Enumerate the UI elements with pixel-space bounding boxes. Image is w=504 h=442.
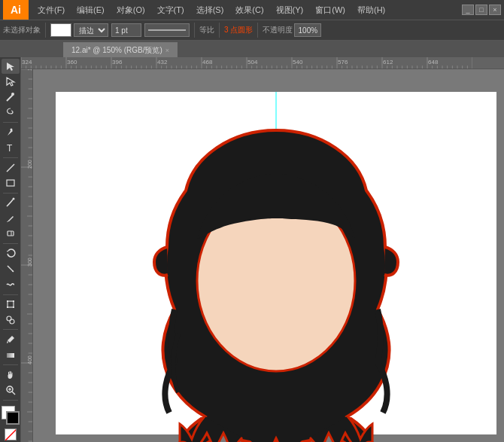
shape-label: 3 点圆形 <box>224 25 253 35</box>
svg-rect-16 <box>13 300 14 302</box>
pen-tool[interactable] <box>2 125 20 140</box>
app-logo: Ai <box>3 0 29 20</box>
left-ruler <box>21 69 33 442</box>
canvas-container[interactable] <box>33 69 504 442</box>
svg-rect-14 <box>8 301 14 307</box>
opacity-section: 不透明度 <box>263 23 321 37</box>
character-container <box>133 108 419 443</box>
rect-tool[interactable] <box>2 175 20 191</box>
stroke-weight-input[interactable] <box>111 23 141 37</box>
svg-rect-9 <box>8 231 14 236</box>
svg-marker-1 <box>7 78 14 86</box>
svg-text:T: T <box>7 143 13 153</box>
main-area: T <box>0 57 504 442</box>
menu-help[interactable]: 帮助(H) <box>351 3 391 17</box>
tool-separator-6 <box>3 329 18 330</box>
svg-point-3 <box>11 93 14 96</box>
opacity-input[interactable] <box>294 23 321 37</box>
svg-rect-17 <box>7 306 8 308</box>
svg-point-4 <box>10 128 12 130</box>
menu-type[interactable]: 文字(T) <box>151 3 190 17</box>
gradient-tool[interactable] <box>2 348 20 363</box>
hand-tool[interactable] <box>2 367 20 383</box>
menu-object[interactable]: 对象(O) <box>111 3 151 17</box>
toolbar-divider-4 <box>257 23 258 38</box>
active-tab[interactable]: 12.ai* @ 150% (RGB/预览) × <box>63 42 178 57</box>
zoom-tool[interactable] <box>2 383 20 398</box>
tool-separator-8 <box>3 400 18 401</box>
close-button[interactable]: × <box>489 5 501 15</box>
menu-edit[interactable]: 编辑(E) <box>71 3 111 17</box>
menu-bar: Ai 文件(F) 编辑(E) 对象(O) 文字(T) 选择(S) 效果(C) 视… <box>0 0 504 20</box>
line-tool[interactable] <box>2 160 20 175</box>
warp-tool[interactable] <box>2 277 20 292</box>
stroke-weight-section <box>111 23 141 37</box>
toolbar-divider-3 <box>219 23 220 38</box>
magic-wand-tool[interactable] <box>2 90 20 105</box>
minimize-button[interactable]: _ <box>462 5 474 15</box>
svg-rect-7 <box>7 180 14 186</box>
svg-marker-11 <box>7 251 8 252</box>
svg-line-23 <box>12 392 15 395</box>
tool-separator-5 <box>3 294 18 295</box>
direct-selection-tool[interactable] <box>2 75 20 90</box>
lasso-tool[interactable] <box>2 105 20 120</box>
selection-tool[interactable] <box>2 59 20 74</box>
background-swatch-inner <box>8 413 18 423</box>
pencil-tool[interactable] <box>2 211 20 226</box>
toolbar-divider-1 <box>45 23 46 38</box>
svg-line-26 <box>5 428 16 440</box>
fill-stroke-section: 描边 <box>50 23 108 37</box>
selection-info: 未选择对象 <box>3 25 41 35</box>
menu-items: 文件(F) 编辑(E) 对象(O) 文字(T) 选择(S) 效果(C) 视图(Y… <box>32 3 391 17</box>
menu-file[interactable]: 文件(F) <box>32 3 71 17</box>
ratio-label: 等比 <box>199 25 214 35</box>
line-preview <box>144 23 190 37</box>
rotate-tool[interactable] <box>2 246 20 261</box>
menu-view[interactable]: 视图(Y) <box>270 3 310 17</box>
svg-line-12 <box>8 266 14 272</box>
tool-separator-3 <box>3 193 18 194</box>
tab-label: 12.ai* @ 150% (RGB/预览) <box>71 45 162 56</box>
selection-label: 未选择对象 <box>3 25 41 35</box>
svg-line-6 <box>7 164 14 172</box>
scale-tool[interactable] <box>2 262 20 277</box>
fill-swatch[interactable] <box>50 23 71 37</box>
shape-builder-tool[interactable] <box>2 312 20 328</box>
type-tool[interactable]: T <box>2 140 20 155</box>
color-swatches <box>2 406 20 425</box>
paintbrush-tool[interactable] <box>2 196 20 211</box>
top-ruler-canvas <box>21 57 472 69</box>
line-inner <box>148 29 186 31</box>
artboard <box>56 92 496 434</box>
toolbar-divider-2 <box>194 23 195 38</box>
tab-close[interactable]: × <box>165 47 169 54</box>
svg-marker-0 <box>7 62 14 71</box>
menu-select[interactable]: 选择(S) <box>190 3 230 17</box>
left-toolbar: T <box>0 57 21 442</box>
svg-rect-18 <box>13 306 14 308</box>
eraser-tool[interactable] <box>2 227 20 242</box>
bottom-tools <box>5 428 17 440</box>
svg-line-2 <box>7 95 13 101</box>
character-svg <box>133 108 419 443</box>
stroke-select[interactable]: 描边 <box>74 23 108 37</box>
eyedropper-tool[interactable] <box>2 332 20 347</box>
svg-point-20 <box>10 319 14 324</box>
menu-window[interactable]: 窗口(W) <box>309 3 351 17</box>
tool-separator-4 <box>3 243 18 244</box>
maximize-button[interactable]: □ <box>475 5 487 15</box>
menu-effect[interactable]: 效果(C) <box>229 3 269 17</box>
window-controls: _ □ × <box>462 5 501 15</box>
tab-bar: 12.ai* @ 150% (RGB/预览) × <box>0 41 504 57</box>
tool-separator-7 <box>3 364 18 365</box>
toolbar: 未选择对象 描边 等比 3 点圆形 不透明度 <box>0 20 504 41</box>
svg-point-8 <box>12 198 14 200</box>
free-transform-tool[interactable] <box>2 297 20 312</box>
svg-rect-21 <box>7 353 14 358</box>
svg-rect-15 <box>7 300 8 302</box>
tool-separator-2 <box>3 157 18 158</box>
background-swatch[interactable] <box>6 411 20 425</box>
left-ruler-canvas <box>21 69 33 442</box>
none-swatch[interactable] <box>5 428 17 440</box>
